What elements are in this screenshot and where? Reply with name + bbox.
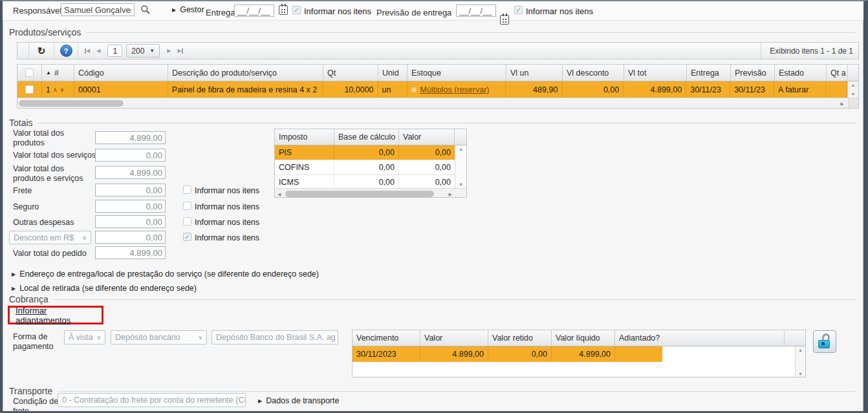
imposto-nome: PIS (275, 145, 334, 160)
cobranca-section-title: Cobrança (9, 294, 49, 304)
section-divider (86, 32, 856, 33)
multiplos-reservar-link[interactable]: Múltiplos (reservar) (420, 85, 490, 94)
imposto-base: 0,00 (334, 175, 399, 189)
scroll-right-icon[interactable]: ▶ (449, 192, 452, 196)
col-header-entrega[interactable]: Entrega (687, 65, 731, 81)
responsavel-input[interactable] (61, 3, 135, 16)
scroll-up-icon[interactable]: ▲ (798, 348, 803, 352)
col-header-imposto[interactable]: Imposto (275, 129, 334, 145)
produtos-section-legend: Produtos/serviços (9, 27, 856, 37)
hscroll-thumb[interactable] (19, 100, 124, 107)
scroll-down-icon[interactable]: ▼ (459, 182, 463, 187)
gestor-expander[interactable]: ▶ Gestor (172, 5, 204, 14)
horizontal-scrollbar: ▶ (17, 98, 858, 109)
scroll-up-icon[interactable]: ▲ (459, 147, 463, 151)
chevron-down-icon: ▼ (149, 48, 155, 54)
calendar-icon[interactable] (500, 15, 509, 25)
col-header-qt[interactable]: Qt (323, 65, 378, 81)
vts-label: Valor total dos serviços (13, 151, 100, 160)
previsao-label: Previsão de entrega (376, 8, 451, 17)
parcela-row[interactable]: 30/11/2023 4.899,00 0,00 4.899,00 (353, 346, 805, 362)
lock-button[interactable] (813, 330, 836, 353)
page-size-value: 200 (131, 47, 144, 56)
seguro-informar-checkbox[interactable] (183, 202, 191, 210)
scrollbar-header-cell (455, 129, 466, 145)
scroll-left-icon[interactable]: ◀ (277, 192, 281, 196)
col-header-valor[interactable]: Valor (399, 129, 455, 145)
frete-informar-checkbox[interactable] (183, 185, 191, 194)
scroll-down-icon[interactable]: ▼ (798, 372, 803, 376)
grid-toolbar: ↻ ? ◀ ◀ 1 200 ▼ ▶ ▶ Exibindo itens 1 - 1… (17, 42, 859, 59)
col-header-vl-desconto[interactable]: Vl desconto (563, 65, 624, 81)
page-size-select[interactable]: 200 ▼ (126, 44, 160, 58)
first-page-icon[interactable]: ◀ (81, 48, 93, 54)
col-header-vl-un[interactable]: Vl un (506, 65, 563, 81)
col-header-adiantado[interactable]: Adiantado? (615, 330, 785, 346)
seguro-informar-label: Informar nos itens (195, 202, 259, 211)
row-checkbox[interactable] (25, 85, 34, 94)
outras-informar-checkbox[interactable] (183, 217, 191, 226)
page-number-input[interactable]: 1 (107, 45, 122, 57)
dados-transporte-expander[interactable]: ▶ Dados de transporte (258, 396, 339, 405)
row-descricao: Painel de fibra de madeira e resina 4 x … (168, 81, 323, 98)
imposto-base: 0,00 (334, 160, 399, 175)
col-header-unid[interactable]: Unid (378, 65, 407, 81)
row-move-down-icon[interactable]: ∨ (60, 87, 65, 93)
col-header-valor-liquido[interactable]: Valor líquido (552, 330, 615, 346)
col-header-vl-tot[interactable]: Vl tot (624, 65, 687, 81)
pager-bar (182, 48, 183, 54)
scroll-right-icon[interactable]: ▶ (841, 101, 844, 106)
endereco-entrega-expander[interactable]: ▶ Endereço de entrega/local de prestação… (12, 270, 319, 279)
select-all-checkbox[interactable] (25, 69, 34, 77)
local-retirada-expander[interactable]: ▶ Local de retirada (se diferente do end… (12, 284, 197, 293)
forma-pagamento-select-1: À vista ∨ (64, 330, 105, 344)
imposto-row-icms[interactable]: ICMS 0,00 0,00 (275, 175, 466, 189)
prev-page-icon[interactable]: ◀ (93, 48, 103, 54)
col-header-base[interactable]: Base de cálculo (334, 129, 399, 145)
lock-keyhole-icon (821, 342, 825, 345)
hscroll-thumb[interactable] (285, 191, 434, 197)
row-select-cell (17, 81, 42, 98)
entrega-date-input[interactable] (234, 5, 274, 17)
imposto-row-pis[interactable]: PIS 0,00 0,00 (275, 145, 466, 160)
next-page-icon[interactable]: ▶ (164, 48, 174, 54)
parcelas-body: 30/11/2023 4.899,00 0,00 4.899,00 ▲ ▼ (353, 346, 805, 377)
triangle-right-icon: ▶ (258, 398, 262, 404)
col-header-descricao[interactable]: Descrição do produto/serviço (168, 65, 323, 81)
row-num: 1 (46, 85, 50, 94)
col-header-vencimento[interactable]: Vencimento (353, 330, 420, 346)
imposto-row-cofins[interactable]: COFINS 0,00 0,00 (275, 160, 466, 175)
previsao-date-input[interactable] (456, 5, 496, 17)
col-header-qt-a[interactable]: Qt a (827, 65, 848, 81)
select-value: 0 - Contratação do frete por conta do re… (62, 396, 246, 405)
product-table-row[interactable]: 1 ∧ ∨ 00001 Painel de fibra de madeira e… (17, 81, 858, 98)
col-header-previsao[interactable]: Previsão (731, 65, 775, 81)
col-header-valor[interactable]: Valor (420, 330, 488, 346)
section-divider (38, 123, 856, 123)
col-header-valor-retido[interactable]: Valor retido (488, 330, 552, 346)
row-move-up-icon[interactable]: ∧ (53, 87, 58, 93)
last-page-icon[interactable]: ▶ (174, 48, 186, 54)
search-icon[interactable] (140, 4, 151, 16)
col-header-codigo[interactable]: Código (74, 65, 168, 81)
parcelas-header: Vencimento Valor Valor retido Valor líqu… (353, 330, 805, 346)
triangle-right-icon: ▶ (12, 286, 16, 291)
vertical-scrollbar: ▲ ▼ (455, 145, 466, 188)
desconto-select-value: Desconto em R$ (14, 233, 74, 242)
desconto-select: Desconto em R$ ∨ (9, 231, 91, 244)
products-grid-header: ▲# Código Descrição do produto/serviço Q… (17, 65, 858, 81)
triangle-right-icon: ▶ (172, 7, 176, 13)
refresh-icon[interactable]: ↻ (32, 43, 50, 59)
horizontal-scrollbar: ◀ ▶ (275, 188, 466, 198)
scroll-up-icon[interactable]: ▲ (851, 83, 856, 87)
entrega-label: Entrega (206, 8, 235, 17)
help-icon[interactable]: ? (58, 43, 74, 59)
col-header-estado[interactable]: Estado (775, 65, 827, 81)
responsavel-label: Responsável (13, 6, 61, 16)
informar-adiantamentos-link[interactable]: Informar adiantamentos (16, 306, 102, 325)
col-header-num[interactable]: ▲# (42, 65, 74, 81)
scroll-down-icon[interactable]: ▼ (851, 92, 856, 96)
col-header-estoque[interactable]: Estoque (407, 65, 506, 81)
calendar-icon[interactable] (279, 5, 288, 15)
gestor-label: Gestor (180, 5, 204, 14)
